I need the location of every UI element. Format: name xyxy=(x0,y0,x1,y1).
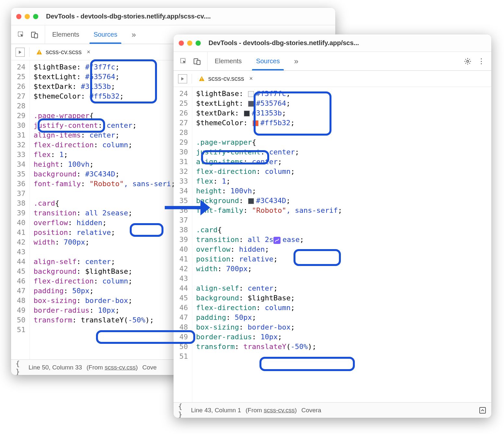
settings-gear-icon[interactable] xyxy=(463,57,472,66)
cursor-position: Line 43, Column 1 xyxy=(191,407,241,414)
code-editor[interactable]: 2425262728293031323334353637383940414243… xyxy=(174,87,491,402)
file-tabstrip: scss-cv.scss × xyxy=(174,71,491,87)
file-tab-label: scss-cv.scss xyxy=(208,75,244,82)
code-line[interactable]: background: #3C434D; xyxy=(196,196,488,206)
code-line[interactable] xyxy=(196,274,488,283)
code-line[interactable]: width: 700px; xyxy=(196,264,488,274)
maximize-window-button[interactable] xyxy=(33,14,38,19)
inspect-element-icon[interactable] xyxy=(179,57,188,66)
titlebar: DevTools - devtools-dbg-stories.netlify.… xyxy=(174,34,491,52)
code-line[interactable]: height: 100vh; xyxy=(196,186,488,196)
svg-rect-3 xyxy=(39,51,40,53)
chevron-right-icon: » xyxy=(132,30,136,39)
code-line[interactable]: justify-content: center; xyxy=(196,147,488,157)
device-toolbar-icon[interactable] xyxy=(30,30,39,39)
kebab-menu-icon[interactable]: ⋮ xyxy=(477,57,486,66)
window-title: DevTools - devtools-dbg-stories.netlify.… xyxy=(46,13,330,20)
toggle-navigator-icon[interactable] xyxy=(178,74,187,83)
inspect-element-icon[interactable] xyxy=(17,30,25,39)
cursor-position: Line 50, Column 33 xyxy=(29,364,82,371)
line-gutter: 2425262728293031323334353637383940414243… xyxy=(11,60,30,359)
code-area[interactable]: $lightBase: #f3f7fc;$textLight: #535764;… xyxy=(192,87,492,402)
code-line[interactable] xyxy=(196,352,488,361)
window-title: DevTools - devtools-dbg-stories.netlify.… xyxy=(209,39,486,47)
svg-rect-4 xyxy=(39,53,40,54)
svg-rect-2 xyxy=(34,34,38,38)
comparison-arrow-icon xyxy=(165,203,210,212)
code-line[interactable]: flex-direction: column; xyxy=(196,303,488,313)
traffic-lights xyxy=(16,14,38,19)
chevron-right-icon: » xyxy=(294,57,298,66)
tab-more[interactable]: » xyxy=(287,52,306,70)
code-line[interactable]: align-self: center; xyxy=(196,283,488,293)
source-from: (From scss-cv.css) xyxy=(87,364,138,371)
tab-elements[interactable]: Elements xyxy=(45,25,86,44)
line-gutter: 2425262728293031323334353637383940414243… xyxy=(174,87,192,402)
pretty-print-icon[interactable]: { } xyxy=(16,363,24,372)
close-tab-icon[interactable]: × xyxy=(87,49,90,55)
code-line[interactable]: position: relative; xyxy=(196,254,488,264)
pretty-print-icon[interactable]: { } xyxy=(178,406,186,415)
code-line[interactable]: transform: translateY(-50%); xyxy=(196,342,488,352)
code-line[interactable]: flex-direction: column; xyxy=(196,167,488,176)
code-line[interactable] xyxy=(196,215,488,225)
code-line[interactable]: align-items: center; xyxy=(196,157,488,167)
code-line[interactable]: padding: 50px; xyxy=(196,313,488,322)
coverage-label[interactable]: Covera xyxy=(301,407,321,414)
code-line[interactable]: font-family: "Roboto", sans-serif; xyxy=(196,206,488,215)
toggle-navigator-icon[interactable] xyxy=(16,48,25,57)
code-line[interactable]: $textDark: #31353b; xyxy=(196,108,488,118)
minimize-window-button[interactable] xyxy=(187,41,192,46)
main-toolbar: Elements Sources » ⋮ xyxy=(174,52,491,71)
sourcemap-link[interactable]: scss-cv.css xyxy=(264,407,295,414)
code-line[interactable] xyxy=(196,128,488,138)
warning-icon xyxy=(36,49,42,55)
code-line[interactable]: .page-wrapper { xyxy=(196,138,488,147)
tab-more[interactable]: » xyxy=(125,25,143,44)
close-window-button[interactable] xyxy=(16,14,21,19)
tab-elements[interactable]: Elements xyxy=(208,52,249,70)
tab-sources[interactable]: Sources xyxy=(249,52,287,70)
coverage-label[interactable]: Cove xyxy=(142,364,157,371)
code-line[interactable]: .card { xyxy=(196,225,488,235)
code-line[interactable]: overflow: hidden; xyxy=(196,245,488,254)
warning-icon xyxy=(198,76,205,82)
file-tab-scss-cv[interactable]: scss-cv.scss × xyxy=(197,74,255,84)
code-line[interactable]: $textLight: #535764; xyxy=(196,99,488,108)
devtools-window-right: DevTools - devtools-dbg-stories.netlify.… xyxy=(174,34,491,418)
svg-rect-11 xyxy=(480,407,486,413)
svg-rect-9 xyxy=(201,78,202,79)
svg-rect-10 xyxy=(201,80,202,80)
code-line[interactable]: transition: all 2s ease; xyxy=(196,235,488,245)
file-tab-scss-cv[interactable]: scss-cv.scss × xyxy=(34,47,92,57)
titlebar: DevTools - devtools-dbg-stories.netlify.… xyxy=(11,8,335,25)
close-window-button[interactable] xyxy=(179,41,184,46)
statusbar: { } Line 43, Column 1 (From scss-cv.css)… xyxy=(174,402,491,418)
maximize-window-button[interactable] xyxy=(196,41,201,46)
code-line[interactable]: border-radius: 10px; xyxy=(196,332,488,342)
file-tab-label: scss-cv.scss xyxy=(46,48,82,56)
collapse-panel-icon[interactable] xyxy=(478,406,487,415)
close-tab-icon[interactable]: × xyxy=(249,75,253,82)
sourcemap-link[interactable]: scss-cv.css xyxy=(105,364,136,371)
traffic-lights xyxy=(179,41,201,46)
svg-point-8 xyxy=(467,60,469,62)
code-line[interactable]: $themeColor: #ff5b32; xyxy=(196,118,488,128)
tab-sources[interactable]: Sources xyxy=(86,25,124,44)
code-line[interactable]: flex: 1; xyxy=(196,176,488,186)
code-line[interactable]: box-sizing: border-box; xyxy=(196,322,488,332)
minimize-window-button[interactable] xyxy=(25,14,30,19)
code-line[interactable]: $lightBase: #f3f7fc; xyxy=(196,89,488,99)
device-toolbar-icon[interactable] xyxy=(193,57,201,66)
code-line[interactable]: background: $lightBase; xyxy=(196,293,488,303)
source-from: (From scss-cv.css) xyxy=(246,407,297,414)
svg-rect-7 xyxy=(197,60,200,65)
